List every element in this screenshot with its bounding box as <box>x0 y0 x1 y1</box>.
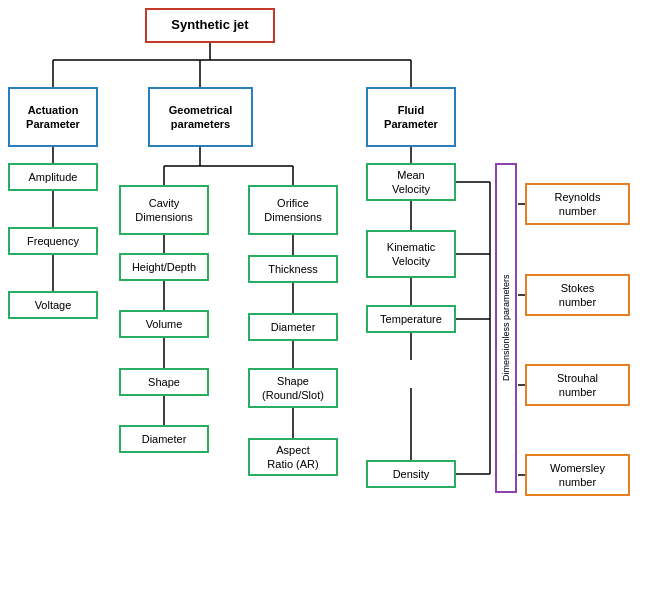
orifice-node: Orifice Dimensions <box>248 185 338 235</box>
amplitude-node: Amplitude <box>8 163 98 191</box>
reynolds-node: Reynolds number <box>525 183 630 225</box>
root-node: Synthetic jet <box>145 8 275 43</box>
diameter-orifice-node: Diameter <box>248 313 338 341</box>
diameter-cavity-node: Diameter <box>119 425 209 453</box>
density-node: Density <box>366 460 456 488</box>
fluid-node: Fluid Parameter <box>366 87 456 147</box>
volume-node: Volume <box>119 310 209 338</box>
thickness-node: Thickness <box>248 255 338 283</box>
strouhal-node: Strouhal number <box>525 364 630 406</box>
geometrical-node: Geometrical parameters <box>148 87 253 147</box>
shape-cavity-node: Shape <box>119 368 209 396</box>
womersley-node: Womersley number <box>525 454 630 496</box>
temperature-node: Temperature <box>366 305 456 333</box>
kinematic-velocity-node: Kinematic Velocity <box>366 230 456 278</box>
voltage-node: Voltage <box>8 291 98 319</box>
mean-velocity-node: Mean Velocity <box>366 163 456 201</box>
stokes-node: Stokes number <box>525 274 630 316</box>
diagram: Synthetic jet Actuation Parameter Geomet… <box>0 0 672 614</box>
height-depth-node: Height/Depth <box>119 253 209 281</box>
dimensionless-node: Dimensionless parameters <box>495 163 517 493</box>
actuation-node: Actuation Parameter <box>8 87 98 147</box>
shape-orifice-node: Shape (Round/Slot) <box>248 368 338 408</box>
frequency-node: Frequency <box>8 227 98 255</box>
cavity-node: Cavity Dimensions <box>119 185 209 235</box>
aspect-ratio-node: Aspect Ratio (AR) <box>248 438 338 476</box>
